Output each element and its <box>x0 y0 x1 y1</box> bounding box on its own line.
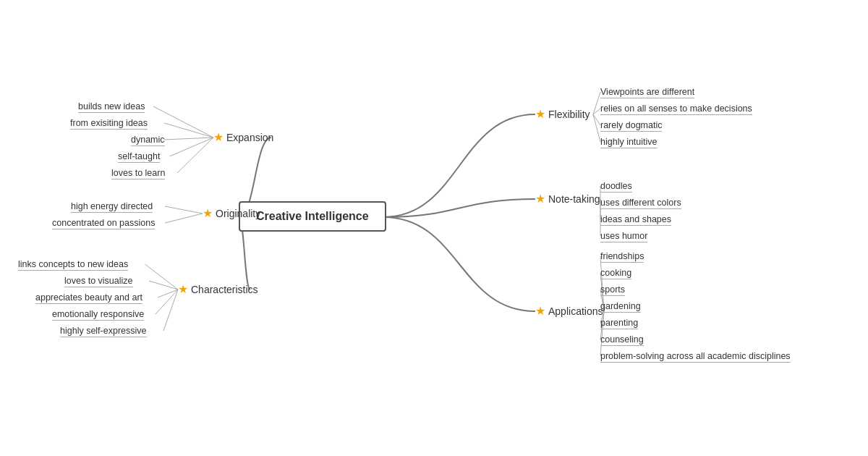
originality-branch: ★ Originality <box>203 206 260 220</box>
flexibility-leaf-3: highly intuitive <box>600 137 658 148</box>
expansion-leaf-3: self-taught <box>118 151 160 163</box>
center-label: Creative Intelligence <box>256 210 369 222</box>
applications-leaf-5: counseling <box>600 334 644 346</box>
expansion-leaf-1: from exisiting ideas <box>70 118 148 130</box>
expansion-leaf-2: dynamic <box>131 135 165 146</box>
applications-leaf-4: parenting <box>600 318 638 329</box>
flexibility-leaf-1: relies on all senses to make decisions <box>600 104 752 115</box>
flexibility-branch: ★ Flexibility <box>535 107 590 121</box>
characteristics-leaf-2: appreciates beauty and art <box>35 292 142 304</box>
notetaking-branch: ★ Note-taking <box>535 192 600 206</box>
notetaking-leaf-3: uses humor <box>600 231 647 242</box>
originality-leaf-1: concentrated on passions <box>52 218 155 229</box>
expansion-label: Expansion <box>226 132 273 143</box>
expansion-leaf-0: builds new ideas <box>78 101 145 113</box>
notetaking-star: ★ <box>535 192 545 206</box>
characteristics-leaf-1: loves to visualize <box>64 276 133 287</box>
expansion-leaf-4: loves to learn <box>111 168 165 180</box>
applications-branch: ★ Applications <box>535 304 603 318</box>
originality-leaf-0: high energy directed <box>71 201 153 213</box>
applications-leaf-3: gardening <box>600 301 641 313</box>
center-node: Creative Intelligence <box>239 201 386 232</box>
characteristics-star: ★ <box>178 282 188 296</box>
flexibility-label: Flexibility <box>548 109 590 120</box>
applications-star: ★ <box>535 304 545 318</box>
notetaking-leaf-1: uses different colors <box>600 198 681 209</box>
notetaking-label: Note-taking <box>548 193 600 205</box>
characteristics-label: Characteristics <box>191 284 258 295</box>
applications-leaf-0: friendships <box>600 251 644 263</box>
originality-star: ★ <box>203 206 213 220</box>
expansion-star: ★ <box>213 130 224 144</box>
notetaking-leaf-0: doodles <box>600 181 632 193</box>
characteristics-leaf-3: emotionally responsive <box>52 309 144 321</box>
flexibility-leaf-2: rarely dogmatic <box>600 120 662 132</box>
characteristics-leaf-4: highly self-expressive <box>60 326 147 337</box>
originality-label: Originality <box>216 208 260 219</box>
characteristics-branch: ★ Characteristics <box>178 282 258 296</box>
expansion-branch: ★ Expansion <box>213 130 273 144</box>
applications-leaf-2: sports <box>600 284 625 296</box>
applications-leaf-1: cooking <box>600 268 631 279</box>
applications-leaf-6: problem-solving across all academic disc… <box>600 351 791 363</box>
characteristics-leaf-0: links concepts to new ideas <box>18 259 128 271</box>
flexibility-leaf-0: Viewpoints are different <box>600 87 694 98</box>
applications-label: Applications <box>548 305 603 317</box>
notetaking-leaf-2: ideas and shapes <box>600 214 671 226</box>
flexibility-star: ★ <box>535 107 545 121</box>
